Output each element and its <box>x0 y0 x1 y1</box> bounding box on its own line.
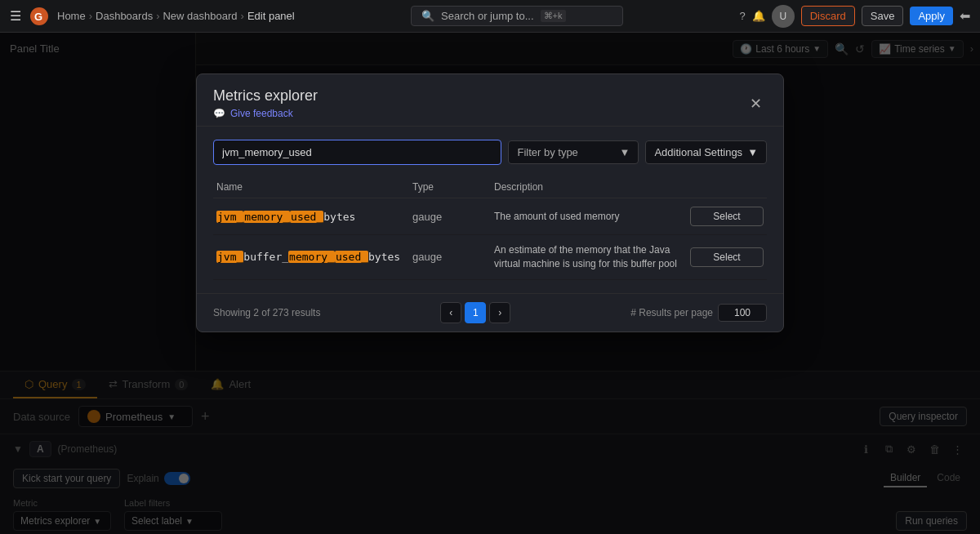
breadcrumb-sep-1: › <box>89 10 92 22</box>
highlight-memory-1: memory_ <box>243 211 290 223</box>
apply-button[interactable]: Apply <box>910 7 953 25</box>
additional-settings-label: Additional Settings <box>654 146 742 158</box>
search-icon: 🔍 <box>421 10 434 22</box>
prev-page-button[interactable]: ‹ <box>440 302 461 323</box>
metric-desc-2: An estimate of the memory that the Java … <box>494 243 690 271</box>
modal-body: Filter by type ▼ Additional Settings ▼ N… <box>197 127 783 293</box>
hamburger-menu[interactable]: ☰ <box>10 8 21 24</box>
breadcrumb: Home › Dashboards › New dashboard › Edit… <box>57 10 295 22</box>
select-button-1[interactable]: Select <box>690 207 764 226</box>
back-icon[interactable]: ⬅ <box>960 8 970 24</box>
chevron-down-icon-6: ▼ <box>620 146 630 158</box>
select-button-2[interactable]: Select <box>690 247 764 267</box>
modal-header-text: Metrics explorer 💬 Give feedback <box>213 87 318 119</box>
search-kbd: ⌘+k <box>541 10 566 22</box>
results-per-page-input[interactable] <box>718 304 767 322</box>
breadcrumb-newdash[interactable]: New dashboard <box>163 10 237 22</box>
table-row: jvm_memory_used_bytes gauge The amount o… <box>213 198 767 235</box>
next-page-button[interactable]: › <box>489 302 510 323</box>
chevron-down-icon-7: ▼ <box>747 146 758 158</box>
filter-by-type-dropdown[interactable]: Filter by type ▼ <box>508 140 639 164</box>
modal-close-button[interactable]: ✕ <box>744 92 767 115</box>
breadcrumb-editpanel: Edit panel <box>247 10 295 22</box>
breadcrumb-dashboards[interactable]: Dashboards <box>96 10 153 22</box>
breadcrumb-home[interactable]: Home <box>57 10 86 22</box>
breadcrumb-sep-2: › <box>156 10 159 22</box>
col-name: Name <box>216 181 412 193</box>
grafana-logo: G <box>29 7 49 26</box>
metric-name-2: jvm_buffer_memory_used_bytes <box>216 251 412 263</box>
table-row: jvm_buffer_memory_used_bytes gauge An es… <box>213 235 767 280</box>
search-filter-row: Filter by type ▼ Additional Settings ▼ <box>213 140 767 165</box>
metric-desc-1: The amount of used memory <box>494 210 690 224</box>
save-button[interactable]: Save <box>862 6 904 26</box>
discard-button[interactable]: Discard <box>801 6 855 26</box>
pagination: ‹ 1 › <box>440 302 510 323</box>
topbar-center: 🔍 Search or jump to... ⌘+k <box>411 6 623 26</box>
modal-footer: Showing 2 of 273 results ‹ 1 › # Results… <box>197 293 783 332</box>
modal-subtitle: 💬 Give feedback <box>213 108 318 119</box>
col-action <box>690 181 764 193</box>
results-per-page: # Results per page <box>630 304 767 322</box>
table-header: Name Type Description <box>213 176 767 198</box>
breadcrumb-sep-3: › <box>241 10 244 22</box>
topbar: ☰ G Home › Dashboards › New dashboard › … <box>0 0 980 33</box>
chat-icon: 💬 <box>213 108 225 119</box>
topbar-left: ☰ G Home › Dashboards › New dashboard › … <box>10 7 295 26</box>
main-area: Panel Title 🕐 Last 6 hours ▼ 🔍 ↺ 📈 Time … <box>0 33 980 534</box>
modal-overlay: Metrics explorer 💬 Give feedback ✕ Filte… <box>0 33 980 534</box>
highlight-used-2: used_ <box>335 251 368 263</box>
col-type: Type <box>412 181 494 193</box>
help-icon[interactable]: ? <box>740 10 746 22</box>
metrics-explorer-modal: Metrics explorer 💬 Give feedback ✕ Filte… <box>196 73 784 332</box>
svg-text:G: G <box>34 11 42 23</box>
modal-title: Metrics explorer <box>213 87 318 105</box>
highlight-jvm-2: jvm_ <box>216 251 243 263</box>
highlight-memory-2: memory_ <box>288 251 335 263</box>
metric-name-1: jvm_memory_used_bytes <box>216 211 412 223</box>
metric-type-2: gauge <box>412 251 494 263</box>
page-1-button[interactable]: 1 <box>465 302 486 323</box>
bell-icon[interactable]: 🔔 <box>752 10 765 22</box>
highlight-jvm-1: jvm_ <box>216 211 243 223</box>
filter-placeholder: Filter by type <box>517 146 577 158</box>
metric-search-input[interactable] <box>213 140 501 165</box>
modal-header: Metrics explorer 💬 Give feedback ✕ <box>197 74 783 127</box>
feedback-label[interactable]: Give feedback <box>230 108 293 119</box>
additional-settings-button[interactable]: Additional Settings ▼ <box>645 140 767 164</box>
results-per-page-label: # Results per page <box>630 307 713 318</box>
avatar[interactable]: U <box>772 5 795 28</box>
metric-type-1: gauge <box>412 211 494 223</box>
showing-results: Showing 2 of 273 results <box>213 307 320 318</box>
global-search[interactable]: 🔍 Search or jump to... ⌘+k <box>411 6 623 26</box>
topbar-right: ? 🔔 U Discard Save Apply ⬅ <box>740 5 970 28</box>
col-description: Description <box>494 181 690 193</box>
highlight-used-1: used_ <box>290 211 323 223</box>
search-placeholder: Search or jump to... <box>441 10 533 22</box>
